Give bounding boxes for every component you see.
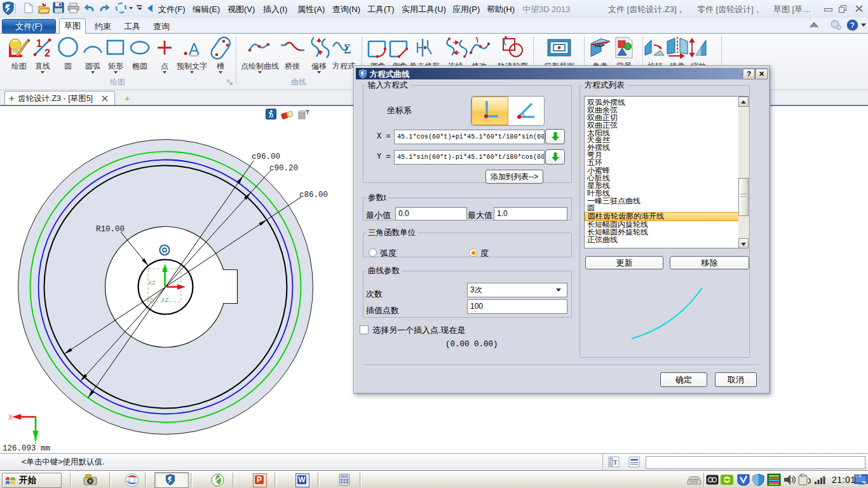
svg-text:XZ: XZ (161, 297, 169, 304)
svg-text:?: ? (850, 21, 855, 30)
svg-text:1: 1 (36, 38, 42, 49)
svg-text:Σ: Σ (344, 42, 351, 56)
svg-text:R10.00: R10.00 (96, 225, 125, 234)
svg-text:2: 2 (44, 48, 50, 58)
svg-text:c90.20: c90.20 (269, 164, 298, 173)
svg-text:c86.00: c86.00 (299, 191, 328, 200)
svg-text:YZ: YZ (146, 297, 154, 304)
svg-text:XZ: XZ (148, 280, 156, 287)
svg-text:A: A (189, 40, 200, 58)
svg-text:X: X (8, 414, 13, 423)
svg-text:c96.00: c96.00 (252, 152, 280, 161)
svg-text:T: T (613, 459, 618, 466)
svg-text:126.093 mm: 126.093 mm (3, 444, 50, 453)
